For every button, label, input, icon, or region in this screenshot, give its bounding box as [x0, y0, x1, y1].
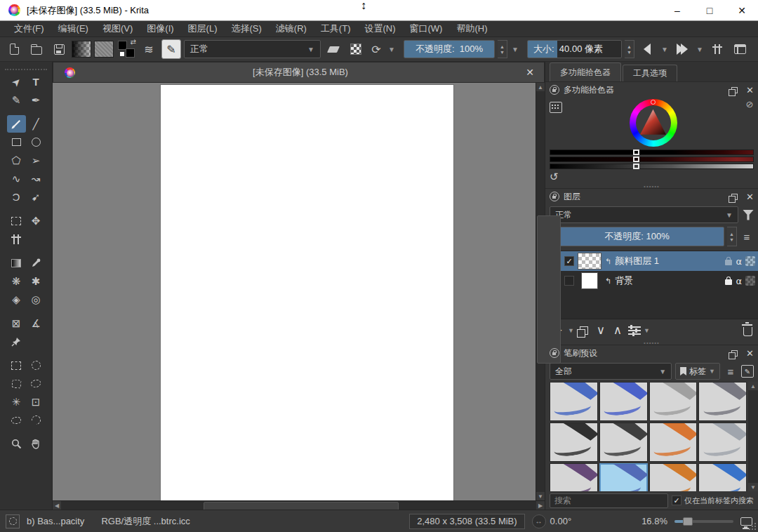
tool-ellipse[interactable] [27, 133, 46, 151]
blending-mode-dropdown[interactable]: 正常 ▼ [184, 40, 321, 58]
preset-detail-icon[interactable]: ✎ [741, 365, 754, 378]
move-layer-down-button[interactable]: ∨ [593, 321, 609, 340]
color-slider-1-handle[interactable] [633, 149, 639, 155]
menu-file[interactable]: 文件(F) [7, 22, 51, 35]
document-close-button[interactable]: ✕ [521, 67, 538, 78]
eraser-mode-button[interactable] [324, 39, 343, 59]
color-slider-2[interactable] [550, 157, 754, 162]
show-dockers-button[interactable] [730, 39, 750, 59]
brush-preset-tile[interactable] [599, 382, 648, 421]
tool-multibrush[interactable]: ➹ [27, 188, 46, 206]
brush-preview-icon[interactable] [6, 514, 20, 528]
tool-line[interactable]: ╱ [27, 115, 46, 133]
layer-thumbnail[interactable] [581, 272, 598, 289]
close-docker-icon[interactable]: ✕ [746, 192, 754, 202]
brush-preset-tile-selected[interactable] [599, 463, 648, 491]
tool-crop[interactable] [7, 230, 26, 248]
save-button[interactable] [49, 39, 69, 59]
tool-enclose-fill[interactable]: ◎ [27, 291, 46, 308]
fg-bg-color-button[interactable]: ⇄ [117, 39, 136, 59]
tool-gradient[interactable] [7, 254, 26, 272]
open-document-button[interactable] [27, 39, 46, 59]
edit-brush-settings-button[interactable]: ✎ [161, 39, 181, 59]
tool-calligraphy[interactable]: ✒ [27, 91, 46, 109]
tab-tool-options[interactable]: 工具选项 [623, 65, 677, 81]
tool-pan[interactable] [27, 435, 46, 453]
vertical-scrollbar[interactable]: ▲ ▼ [536, 83, 545, 500]
brush-preset-tile[interactable] [550, 463, 598, 491]
search-scope-checkbox[interactable]: ✓ 仅在当前标签内搜索 [672, 496, 754, 506]
tool-rectangle[interactable] [7, 133, 26, 151]
horizontal-scrollbar[interactable]: ◀ ▶ [53, 500, 545, 510]
float-docker-icon[interactable] [731, 87, 738, 93]
inherit-alpha-icon[interactable] [745, 276, 755, 286]
brush-preset-tile[interactable] [649, 423, 698, 462]
tab-advanced-color-selector[interactable]: 多功能拾色器 [550, 62, 621, 81]
horizontal-mirror-button[interactable] [637, 39, 657, 59]
layer-thumbnail[interactable] [578, 253, 601, 270]
brush-preset-tile[interactable] [649, 382, 698, 421]
menu-filter[interactable]: 滤镜(R) [269, 22, 314, 35]
tool-edit-shapes[interactable]: ✎ [7, 91, 26, 109]
tool-magnetic-select[interactable] [27, 411, 46, 429]
docker-lock-icon[interactable] [550, 348, 559, 358]
opacity-slider[interactable]: 不透明度: 100% [404, 40, 495, 58]
tool-move[interactable]: ✥ [27, 212, 46, 230]
reload-preset-dropdown[interactable]: ▼ [387, 46, 397, 53]
delete-layer-button[interactable] [743, 327, 752, 336]
choose-brush-preset-button[interactable]: ≋ [139, 39, 159, 59]
tool-zoom[interactable] [7, 435, 26, 453]
horizontal-mirror-dropdown[interactable]: ▼ [660, 46, 670, 53]
layer-opacity-spinner[interactable]: ▲▼ [727, 227, 737, 246]
layer-name[interactable]: 背景 [615, 274, 722, 287]
tool-bezier-curve[interactable]: ∿ [7, 170, 26, 187]
layer-checkbox[interactable] [564, 276, 574, 286]
close-docker-icon[interactable]: ✕ [746, 85, 754, 95]
layer-row-paint-layer-1[interactable]: ✓ ↰ 颜料图层 1 α [545, 251, 758, 271]
tool-freehand-path[interactable]: ↝ [27, 170, 46, 187]
tool-contiguous-select[interactable]: ✳ [7, 393, 26, 411]
close-button[interactable]: ✕ [726, 0, 758, 20]
zoom-slider[interactable] [674, 520, 733, 523]
checkbox-checked-icon[interactable]: ✓ [672, 496, 681, 505]
tool-bezier-select[interactable] [7, 411, 26, 429]
tool-freehand-select[interactable] [27, 375, 46, 392]
alpha-lock-icon[interactable]: α [736, 276, 742, 286]
menu-help[interactable]: 帮助(H) [449, 22, 494, 35]
brush-preset-tile[interactable] [698, 423, 747, 462]
vertical-scroll-thumb[interactable] [537, 215, 561, 364]
tool-text[interactable]: T [27, 73, 46, 91]
layer-checkbox[interactable]: ✓ [564, 256, 574, 266]
hsv-triangle[interactable] [638, 107, 669, 138]
tool-fill[interactable]: ◈ [7, 291, 26, 308]
document-title-bar[interactable]: [未保存图像] (33.5 MiB) ✕ [53, 62, 545, 83]
minimize-button[interactable]: – [661, 0, 693, 20]
tool-color-sampler[interactable] [27, 254, 46, 272]
tool-pattern-edit[interactable]: ❋ [7, 272, 26, 290]
color-settings-icon[interactable] [550, 102, 562, 113]
scroll-down-icon[interactable]: ▼ [748, 483, 758, 491]
preset-filter-dropdown[interactable]: 全部 ▼ [550, 363, 672, 380]
reload-preset-button[interactable]: ⟳ [368, 39, 384, 59]
new-document-button[interactable] [4, 39, 24, 59]
brush-preset-tile[interactable] [698, 382, 747, 421]
float-docker-icon[interactable] [731, 194, 738, 200]
gradient-chooser-button[interactable] [72, 39, 91, 59]
color-slider-3[interactable] [550, 164, 754, 169]
layer-blend-mode-dropdown[interactable]: 正常 ▼ [550, 206, 738, 223]
opacity-spinner[interactable]: ▲▼ [498, 40, 507, 58]
add-layer-dropdown[interactable]: ▼ [568, 327, 575, 334]
opacity-dropdown[interactable]: ▼ [510, 46, 520, 53]
blocked-colors-icon[interactable]: ⊘ [746, 99, 754, 109]
brush-preset-tile[interactable] [698, 463, 747, 491]
menu-select[interactable]: 选择(S) [224, 22, 268, 35]
scroll-down-icon[interactable]: ▼ [536, 492, 545, 500]
tag-button[interactable]: 标签 ▼ [675, 363, 720, 380]
tool-polyline[interactable]: ➢ [27, 152, 46, 169]
color-slider-3-handle[interactable] [633, 164, 639, 169]
layer-name[interactable]: 颜料图层 1 [615, 255, 722, 267]
pattern-chooser-button[interactable] [94, 39, 114, 59]
layer-options-menu-icon[interactable]: ≡ [740, 231, 754, 243]
vertical-mirror-dropdown[interactable]: ▼ [695, 46, 705, 53]
menu-image[interactable]: 图像(I) [140, 22, 180, 35]
